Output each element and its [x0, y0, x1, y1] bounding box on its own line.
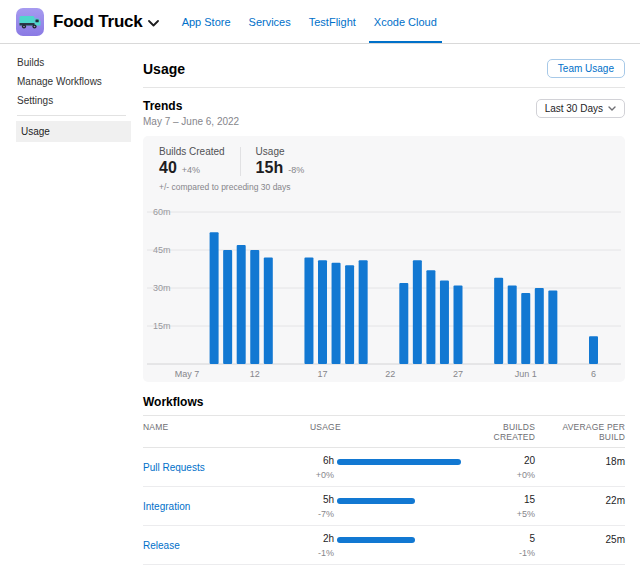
period-selector[interactable]: Last 30 Days	[536, 99, 625, 118]
builds-created-delta: +5%	[473, 509, 535, 519]
stat-usage: Usage15h-8%	[256, 146, 305, 177]
chart-bar[interactable]	[250, 250, 259, 364]
chevron-down-icon	[608, 106, 616, 111]
chart-bar[interactable]	[440, 280, 449, 364]
workflows-section: Workflows NAMEUSAGEBUILDS CREATEDAVERAGE…	[143, 395, 625, 573]
chart-bar[interactable]	[399, 283, 408, 364]
trends-date-range: May 7 – June 6, 2022	[143, 116, 239, 127]
chart-bar[interactable]	[521, 293, 530, 364]
chart-bar[interactable]	[454, 285, 463, 364]
sidebar-item-builds[interactable]: Builds	[0, 53, 131, 72]
chart-bar[interactable]	[332, 263, 341, 364]
team-usage-button[interactable]: Team Usage	[547, 59, 625, 78]
page-header: Usage Team Usage	[143, 59, 625, 78]
chart-bar[interactable]	[426, 270, 435, 364]
workflow-link-integration[interactable]: Integration	[143, 501, 310, 512]
trends-card: Builds Created40+4%Usage15h-8% +/- compa…	[143, 136, 625, 382]
chart-bar[interactable]	[237, 245, 246, 364]
usage-cell: 6h+0%	[310, 455, 334, 480]
stat-label: Builds Created	[159, 146, 225, 157]
sidebar-item-settings[interactable]: Settings	[0, 91, 131, 110]
workflows-title: Workflows	[143, 395, 625, 409]
app-body: BuildsManage WorkflowsSettingsUsage Usag…	[0, 44, 640, 573]
nav-item-xcode-cloud[interactable]: Xcode Cloud	[369, 0, 442, 43]
main-content: Usage Team Usage Trends May 7 – June 6, …	[131, 44, 640, 573]
builds-created-value: 20	[473, 455, 535, 466]
x-axis-label: Jun 1	[515, 369, 537, 379]
chart-bar[interactable]	[494, 278, 503, 364]
trends-footnote: +/- compared to preceding 30 days	[143, 182, 625, 192]
builds-created-delta: +0%	[473, 470, 535, 480]
usage-bar	[337, 537, 415, 543]
chart-bar[interactable]	[264, 258, 273, 364]
chevron-down-icon	[148, 20, 159, 27]
workflow-link-pull-requests[interactable]: Pull Requests	[143, 462, 310, 473]
stat-value: 40	[159, 159, 177, 177]
builds-created-cell: 20+0%	[473, 455, 535, 480]
x-axis-label: 6	[591, 369, 596, 379]
divider	[240, 147, 241, 176]
usage-cell: 2h-1%	[310, 533, 334, 558]
y-axis-label: 15m	[153, 321, 171, 331]
builds-created-delta: -1%	[473, 548, 535, 558]
app-header: Food Truck App StoreServicesTestFlightXc…	[0, 0, 640, 44]
chart-bar[interactable]	[304, 258, 313, 364]
usage-delta: -7%	[310, 509, 334, 519]
app-window: Food Truck App StoreServicesTestFlightXc…	[0, 0, 640, 573]
workflow-row-release: Release2h-1%5-1%25m	[143, 526, 625, 565]
column-header-average-per-build: AVERAGE PER BUILD	[535, 422, 625, 442]
average-per-build-value: 18m	[535, 455, 625, 480]
workflow-row-pull-requests: Pull Requests6h+0%20+0%18m	[143, 448, 625, 487]
x-axis-label: 12	[250, 369, 260, 379]
usage-chart: 15m30m45m60mMay 712172227Jun 16	[143, 192, 625, 382]
workflow-link-release[interactable]: Release	[143, 540, 310, 551]
app-identity: Food Truck	[16, 0, 159, 43]
app-switcher-button[interactable]: Food Truck	[44, 12, 159, 32]
stat-label: Usage	[256, 146, 305, 157]
chart-bar[interactable]	[535, 288, 544, 364]
x-axis-label: 27	[453, 369, 463, 379]
usage-delta: -1%	[310, 548, 334, 558]
usage-delta: +0%	[310, 470, 334, 480]
chart-bar[interactable]	[548, 291, 557, 364]
page-title: Usage	[143, 61, 185, 77]
nav-item-testflight[interactable]: TestFlight	[304, 0, 361, 43]
average-per-build-value: 22m	[535, 494, 625, 519]
nav-item-services[interactable]: Services	[244, 0, 296, 43]
workflows-table-header: NAMEUSAGEBUILDS CREATEDAVERAGE PER BUILD	[143, 416, 625, 448]
sidebar: BuildsManage WorkflowsSettingsUsage	[0, 44, 131, 573]
column-header-usage: USAGE	[310, 422, 473, 442]
builds-created-value: 15	[473, 494, 535, 505]
usage-bar-cell	[334, 455, 473, 480]
sidebar-item-manage-workflows[interactable]: Manage Workflows	[0, 72, 131, 91]
nav-item-app-store[interactable]: App Store	[177, 0, 236, 43]
workflow-row-documentation: Documentation0+0%0+0%0	[143, 565, 625, 573]
chart-bar[interactable]	[359, 260, 368, 364]
usage-value: 5h	[310, 494, 334, 505]
chart-bar[interactable]	[223, 250, 232, 364]
x-axis-label: May 7	[175, 369, 200, 379]
usage-bar-cell	[334, 533, 473, 558]
stat-delta: +4%	[182, 165, 200, 175]
chart-bar[interactable]	[413, 260, 422, 364]
chart-bar[interactable]	[345, 265, 354, 364]
stat-value-line: 40+4%	[159, 159, 225, 177]
trends-title: Trends	[143, 99, 239, 113]
period-selector-value: Last 30 Days	[545, 103, 603, 114]
chart-bar[interactable]	[210, 232, 219, 364]
builds-created-cell: 15+5%	[473, 494, 535, 519]
column-header-name: NAME	[143, 422, 310, 442]
workflows-table: NAMEUSAGEBUILDS CREATEDAVERAGE PER BUILD…	[143, 416, 625, 573]
food-truck-app-icon	[16, 8, 44, 36]
chart-bar[interactable]	[589, 336, 598, 364]
y-axis-label: 60m	[153, 207, 171, 217]
chart-bar[interactable]	[318, 260, 327, 364]
chart-bar[interactable]	[508, 285, 517, 364]
trends-title-block: Trends May 7 – June 6, 2022	[143, 99, 239, 127]
usage-value: 6h	[310, 455, 334, 466]
stat-value-line: 15h-8%	[256, 159, 305, 177]
sidebar-item-usage[interactable]: Usage	[16, 121, 131, 142]
divider	[17, 115, 126, 116]
app-title: Food Truck	[53, 12, 143, 32]
x-axis-label: 22	[385, 369, 395, 379]
